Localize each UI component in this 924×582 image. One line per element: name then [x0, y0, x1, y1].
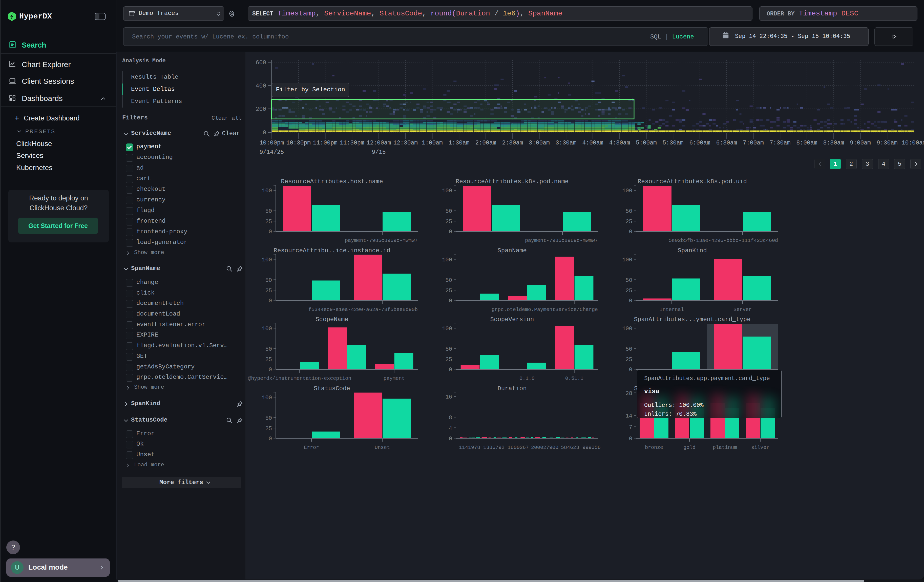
svg-text:50: 50 — [266, 346, 272, 353]
svg-text:Server: Server — [733, 307, 752, 313]
svg-text:0.51.1: 0.51.1 — [565, 376, 583, 381]
svg-text:25: 25 — [266, 288, 272, 294]
svg-text:SpanKind: SpanKind — [678, 247, 707, 254]
svg-text:8:30am: 8:30am — [823, 140, 844, 146]
svg-text:50: 50 — [266, 208, 272, 214]
svg-text:0: 0 — [269, 229, 272, 235]
svg-text:4: 4 — [449, 425, 452, 432]
svg-text:1386792: 1386792 — [483, 445, 505, 450]
svg-text:9:00am: 9:00am — [850, 140, 871, 146]
svg-text:4:30am: 4:30am — [609, 140, 630, 146]
svg-text:0: 0 — [449, 229, 452, 235]
svg-text:50: 50 — [626, 277, 632, 284]
svg-text:7:30am: 7:30am — [770, 140, 791, 146]
svg-text:ResourceAttributes.k8s.pod.nam: ResourceAttributes.k8s.pod.name — [456, 178, 569, 185]
svg-text:3:30am: 3:30am — [556, 140, 577, 146]
svg-text:200027900: 200027900 — [531, 445, 558, 450]
svg-text:Unset: Unset — [375, 445, 390, 450]
svg-text:ScopeVersion: ScopeVersion — [490, 316, 534, 323]
svg-text:200: 200 — [256, 106, 266, 113]
svg-text:SpanAttributes...yment.card_ty: SpanAttributes...yment.card_type — [634, 316, 751, 323]
svg-text:9/14/25: 9/14/25 — [260, 149, 284, 156]
svg-text:9:30am: 9:30am — [877, 140, 898, 146]
svg-text:1600267: 1600267 — [508, 445, 529, 450]
svg-text:50: 50 — [446, 346, 452, 353]
svg-text:50: 50 — [626, 208, 632, 214]
svg-text:silver: silver — [751, 445, 769, 450]
svg-text:100: 100 — [262, 326, 272, 332]
svg-text:4:00am: 4:00am — [582, 140, 604, 146]
svg-text:1:00am: 1:00am — [422, 140, 443, 146]
svg-text:10:00pm: 10:00pm — [260, 140, 284, 146]
svg-text:584623: 584623 — [561, 445, 579, 450]
svg-text:14: 14 — [626, 413, 632, 419]
svg-text:0: 0 — [449, 298, 452, 304]
svg-text:0.1.0: 0.1.0 — [520, 376, 535, 381]
svg-text:25: 25 — [446, 219, 452, 225]
svg-text:SpanName: SpanName — [497, 247, 526, 254]
svg-text:Internal: Internal — [660, 307, 684, 313]
svg-text:5e02b5fb-13ae-4296-bbbc-111f42: 5e02b5fb-13ae-4296-bbbc-111f423c460d — [669, 237, 778, 244]
svg-text:50: 50 — [446, 277, 452, 284]
svg-text:100: 100 — [442, 188, 452, 194]
svg-text:0: 0 — [629, 367, 632, 373]
svg-text:Error: Error — [304, 445, 319, 450]
svg-text:0: 0 — [449, 436, 452, 442]
svg-text:400: 400 — [256, 83, 266, 89]
svg-text:100: 100 — [262, 257, 272, 263]
svg-text:25: 25 — [446, 356, 452, 363]
svg-text:600: 600 — [256, 59, 266, 66]
svg-text:payment: payment — [384, 376, 405, 381]
svg-text:ResourceAttributes.host.name: ResourceAttributes.host.name — [281, 178, 383, 185]
svg-text:100: 100 — [622, 326, 632, 332]
svg-text:1141978: 1141978 — [459, 445, 480, 450]
svg-text:5:30am: 5:30am — [663, 140, 684, 146]
svg-text:6:00am: 6:00am — [690, 140, 710, 146]
svg-text:@hyperdx/instrumentation-excep: @hyperdx/instrumentation-exception — [248, 376, 351, 381]
svg-text:8: 8 — [449, 415, 452, 421]
svg-text:25: 25 — [626, 219, 632, 225]
svg-text:50: 50 — [266, 415, 272, 422]
svg-text:25: 25 — [266, 425, 272, 432]
svg-text:bronze: bronze — [645, 445, 663, 450]
svg-text:ResourceAttributes.k8s.pod.uid: ResourceAttributes.k8s.pod.uid — [638, 178, 747, 185]
svg-text:ResourceAttribu..ice.instance.: ResourceAttribu..ice.instance.id — [274, 247, 390, 254]
svg-text:25: 25 — [446, 288, 452, 294]
svg-text:11:30pm: 11:30pm — [340, 140, 364, 146]
svg-text:50: 50 — [266, 277, 272, 284]
svg-text:2:30am: 2:30am — [502, 140, 523, 146]
svg-text:10:00am: 10:00am — [902, 140, 924, 146]
svg-text:2:00am: 2:00am — [475, 140, 497, 146]
svg-text:Duration: Duration — [497, 385, 526, 392]
svg-text:gold: gold — [683, 445, 696, 450]
svg-text:payment-7985c8969c-mwmw7: payment-7985c8969c-mwmw7 — [525, 237, 598, 244]
svg-text:0: 0 — [262, 130, 266, 136]
svg-text:0: 0 — [629, 436, 632, 442]
svg-text:100: 100 — [442, 326, 452, 332]
svg-text:25: 25 — [266, 219, 272, 225]
svg-text:0: 0 — [269, 436, 272, 442]
svg-text:25: 25 — [266, 356, 272, 363]
svg-text:10:30pm: 10:30pm — [286, 140, 311, 146]
svg-text:50: 50 — [446, 208, 452, 214]
svg-text:1:30am: 1:30am — [449, 140, 470, 146]
svg-text:12:00am: 12:00am — [366, 140, 391, 146]
svg-text:7:00am: 7:00am — [743, 140, 764, 146]
svg-text:25: 25 — [626, 288, 632, 294]
svg-text:0: 0 — [269, 298, 272, 304]
svg-text:7: 7 — [629, 424, 632, 431]
svg-text:ScopeName: ScopeName — [315, 316, 348, 323]
svg-text:11:00pm: 11:00pm — [313, 140, 338, 146]
svg-text:platinum: platinum — [713, 445, 737, 450]
svg-text:12:30am: 12:30am — [393, 140, 418, 146]
svg-text:8:00am: 8:00am — [797, 140, 817, 146]
svg-text:0: 0 — [269, 367, 272, 373]
svg-text:6:30am: 6:30am — [716, 140, 737, 146]
svg-text:25: 25 — [626, 356, 632, 363]
svg-text:100: 100 — [262, 395, 272, 401]
svg-text:StatusCode: StatusCode — [314, 385, 350, 392]
svg-text:3:00am: 3:00am — [529, 140, 550, 146]
svg-text:0: 0 — [449, 367, 452, 373]
svg-text:100: 100 — [442, 257, 452, 263]
svg-text:9/15: 9/15 — [372, 149, 386, 156]
